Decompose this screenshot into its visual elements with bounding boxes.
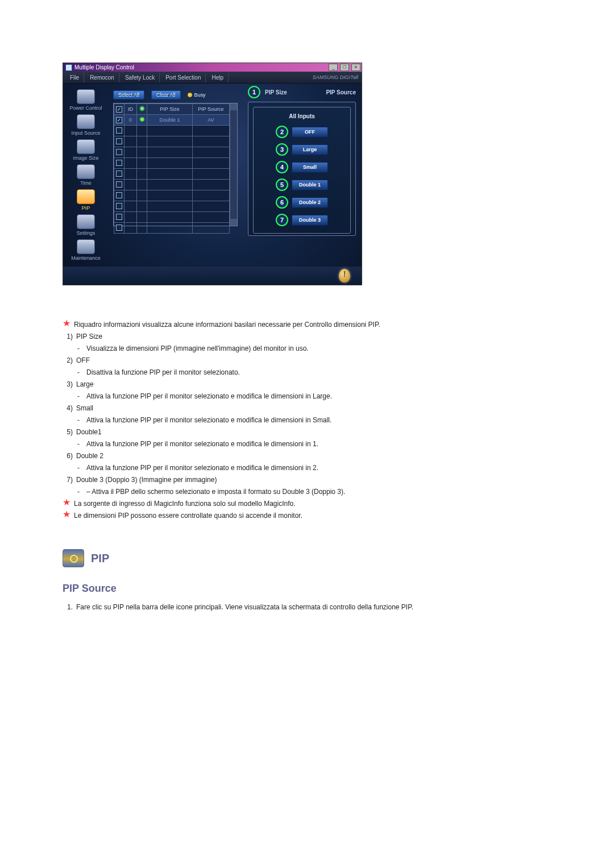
maximize-button[interactable]: □ — [340, 64, 349, 71]
right-panel-header: 1 PIP Size PIP Source — [248, 86, 356, 98]
header-checkbox-icon[interactable] — [116, 106, 122, 113]
note-item: 3)Large — [63, 379, 574, 389]
table-scrollbar[interactable] — [230, 103, 237, 226]
note-star-icon: ★ — [63, 510, 70, 518]
table-row[interactable] — [114, 169, 230, 180]
sidebar-item-maintenance[interactable]: Maintenance — [67, 239, 105, 261]
row-checkbox-icon[interactable] — [116, 127, 122, 134]
note-desc: -Attiva la funzione PIP per il monitor s… — [63, 439, 574, 449]
sidebar-item-power-control[interactable]: Power Control — [67, 89, 105, 111]
dash-icon: - — [77, 391, 83, 401]
th-led — [137, 104, 147, 115]
note-magicinfo: La sorgente di ingresso di MagicInfo fun… — [74, 499, 296, 509]
option-large-button[interactable]: Large — [292, 144, 328, 155]
table-row[interactable]: 0 Double 1 AV — [114, 115, 230, 126]
clear-all-button[interactable]: Clear All — [151, 90, 181, 99]
callout-4: 4 — [276, 161, 288, 173]
sidebar-item-label: Input Source — [71, 130, 100, 136]
pip-section: PIP PIP Source 1.Fare clic su PIP nella … — [63, 549, 574, 612]
header-led-icon — [139, 106, 145, 111]
dash-icon: - — [77, 367, 83, 377]
sidebar-item-pip[interactable]: PIP — [67, 189, 105, 211]
th-pip-source: PIP Source — [193, 104, 230, 115]
workspace: Power Control Input Source Image Size Ti… — [63, 84, 362, 267]
note-number: 1) — [63, 331, 73, 342]
table-row[interactable] — [114, 126, 230, 136]
callout-2: 2 — [276, 126, 288, 138]
menu-remocon[interactable]: Remocon — [85, 73, 119, 82]
row-checkbox-icon[interactable] — [116, 149, 122, 155]
table-row[interactable] — [114, 136, 230, 147]
row-checkbox-icon[interactable] — [116, 117, 122, 123]
busy-indicator-icon — [188, 93, 192, 97]
step-text: Fare clic su PIP nella barra delle icone… — [76, 602, 413, 612]
image-size-icon — [77, 139, 95, 154]
note-desc: -Disattiva la funzione PIP per il monito… — [63, 367, 574, 377]
menu-file[interactable]: File — [65, 73, 84, 82]
note-desc: -Visualizza le dimensioni PIP (immagine … — [63, 343, 574, 354]
sidebar-item-image-size[interactable]: Image Size — [67, 139, 105, 161]
dash-icon: - — [77, 439, 83, 449]
status-led-icon — [140, 117, 144, 122]
sidebar-item-input-source[interactable]: Input Source — [67, 114, 105, 136]
table-row[interactable] — [114, 180, 230, 190]
table-row[interactable] — [114, 158, 230, 169]
th-check[interactable] — [114, 104, 125, 115]
brand-label: SAMSUNG DIGITall — [313, 74, 362, 80]
row-checkbox-icon[interactable] — [116, 138, 122, 144]
table-row[interactable] — [114, 223, 230, 234]
select-all-button[interactable]: Select All — [113, 90, 144, 99]
minimize-button[interactable]: _ — [329, 64, 338, 71]
statusbar — [63, 267, 362, 285]
option-double2-button[interactable]: Double 2 — [292, 197, 328, 208]
table-row[interactable] — [114, 147, 230, 158]
sidebar-item-label: Image Size — [73, 155, 98, 161]
row-checkbox-icon[interactable] — [116, 192, 122, 198]
pip-source-subtitle: PIP Source — [63, 581, 574, 596]
sidebar-item-time[interactable]: Time — [67, 164, 105, 186]
callout-6: 6 — [276, 196, 288, 209]
cell-pip-source: AV — [193, 115, 230, 126]
th-pip-size: PIP Size — [147, 104, 193, 115]
sidebar-item-label: Time — [80, 180, 92, 186]
pip-icon — [77, 189, 95, 204]
table-row[interactable] — [114, 212, 230, 223]
pip-section-title: PIP — [91, 550, 109, 567]
menu-port-selection[interactable]: Port Selection — [161, 73, 206, 82]
note-title: OFF — [76, 355, 90, 366]
all-inputs-title: All Inputs — [289, 113, 315, 119]
option-off-button[interactable]: OFF — [292, 127, 328, 138]
input-source-icon — [77, 114, 95, 129]
sidebar-item-label: Power Control — [69, 105, 102, 111]
note-title: Double1 — [76, 427, 102, 437]
row-checkbox-icon[interactable] — [116, 214, 122, 220]
row-checkbox-icon[interactable] — [116, 203, 122, 209]
note-power-on: Le dimensioni PIP possono essere control… — [74, 510, 302, 521]
callout-3: 3 — [276, 143, 288, 156]
table-row[interactable] — [114, 190, 230, 201]
menu-help[interactable]: Help — [207, 73, 229, 82]
close-button[interactable]: × — [351, 64, 360, 71]
app-window: Multiple Display Control _ □ × File Remo… — [63, 63, 362, 285]
titlebar: Multiple Display Control _ □ × — [63, 63, 362, 72]
note-number: 2) — [63, 355, 73, 366]
row-checkbox-icon[interactable] — [116, 181, 122, 188]
note-title: Large — [76, 379, 94, 389]
row-checkbox-icon[interactable] — [116, 160, 122, 166]
table-row[interactable] — [114, 201, 230, 212]
header-pip-source: PIP Source — [326, 89, 356, 95]
note-star-icon: ★ — [63, 319, 70, 327]
row-checkbox-icon[interactable] — [116, 171, 122, 177]
option-double3-button[interactable]: Double 3 — [292, 215, 328, 226]
menubar: File Remocon Safety Lock Port Selection … — [63, 72, 362, 84]
display-table: ID PIP Size PIP Source 0 Doub — [113, 103, 238, 226]
sidebar-item-settings[interactable]: Settings — [67, 214, 105, 236]
step-index: 1. — [63, 602, 73, 612]
pip-section-icon — [63, 549, 84, 567]
option-double1-button[interactable]: Double 1 — [292, 180, 328, 190]
note-desc: -– Attiva il PBP dello schermo seleziona… — [63, 487, 574, 497]
app-icon — [65, 64, 72, 71]
option-small-button[interactable]: Small — [292, 162, 328, 173]
row-checkbox-icon[interactable] — [116, 225, 122, 231]
menu-safety-lock[interactable]: Safety Lock — [121, 73, 160, 82]
